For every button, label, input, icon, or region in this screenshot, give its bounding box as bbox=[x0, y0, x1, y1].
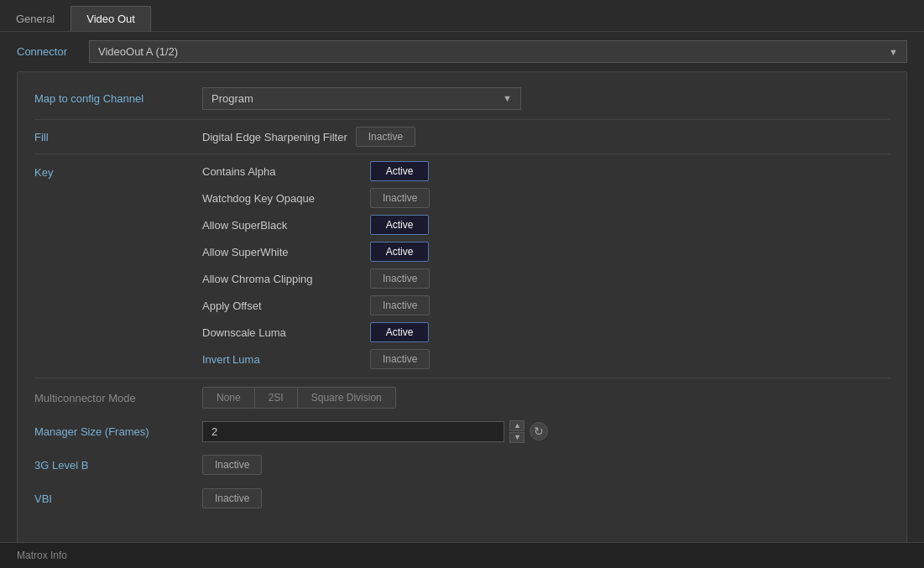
manager-size-input-group: ▲ ▼ ↻ bbox=[202, 420, 548, 443]
manager-size-spinner: ▲ ▼ bbox=[509, 420, 525, 443]
key-items: Contains Alpha Active Watchdog Key Opaqu… bbox=[202, 161, 430, 369]
tab-general[interactable]: General bbox=[0, 6, 70, 31]
multiconnector-label: Multiconnector Mode bbox=[34, 392, 202, 404]
key-item-label-5: Apply Offset bbox=[202, 300, 370, 312]
key-toggle-4[interactable]: Inactive bbox=[370, 268, 430, 289]
settings-panel: Map to config Channel Program ▼ Fill Dig… bbox=[17, 71, 907, 568]
vbi-toggle[interactable]: Inactive bbox=[202, 488, 262, 508]
key-item-5: Apply Offset Inactive bbox=[202, 295, 430, 315]
spin-down-btn[interactable]: ▼ bbox=[509, 432, 525, 443]
matrox-info-label: Matrox Info bbox=[17, 550, 67, 561]
manager-size-input[interactable] bbox=[202, 421, 504, 442]
level-b-toggle[interactable]: Inactive bbox=[202, 455, 262, 475]
manager-size-row: Manager Size (Frames) ▲ ▼ ↻ bbox=[34, 419, 890, 444]
multiconnector-btn-group: None 2SI Square Division bbox=[202, 387, 396, 409]
key-item-4: Allow Chroma Clipping Inactive bbox=[202, 268, 430, 289]
key-item-label-6: Downscale Luma bbox=[202, 326, 370, 339]
main-area: Connector VideoOut A (1/2) ▼ Map to conf… bbox=[0, 32, 924, 568]
connector-value: VideoOut A (1/2) bbox=[98, 45, 178, 58]
key-toggle-7[interactable]: Inactive bbox=[370, 349, 430, 369]
connector-arrow-icon: ▼ bbox=[889, 47, 898, 57]
key-item-label-7: Invert Luma bbox=[202, 353, 370, 366]
map-to-config-value: Program bbox=[211, 92, 253, 105]
fill-label: Fill bbox=[34, 131, 202, 143]
key-item-1: Watchdog Key Opaque Inactive bbox=[202, 188, 430, 208]
map-to-config-row: Map to config Channel Program ▼ bbox=[34, 86, 890, 111]
key-group: Key Contains Alpha Active Watchdog Key O… bbox=[34, 161, 890, 369]
key-item-label-4: Allow Chroma Clipping bbox=[202, 273, 370, 285]
key-item-3: Allow SuperWhite Active bbox=[202, 242, 430, 262]
fill-row: Fill Digital Edge Sharpening Filter Inac… bbox=[34, 127, 890, 147]
sep-1 bbox=[34, 119, 890, 120]
key-item-label-1: Watchdog Key Opaque bbox=[202, 192, 370, 205]
key-toggle-3[interactable]: Active bbox=[370, 242, 429, 262]
key-toggle-5[interactable]: Inactive bbox=[370, 295, 430, 315]
tab-bar: General Video Out bbox=[0, 0, 924, 32]
key-toggle-2[interactable]: Active bbox=[370, 215, 429, 235]
vbi-row: VBI Inactive bbox=[34, 486, 890, 511]
key-item-6: Downscale Luma Active bbox=[202, 322, 430, 342]
key-toggle-0[interactable]: Active bbox=[370, 161, 429, 181]
connector-row: Connector VideoOut A (1/2) ▼ bbox=[0, 32, 924, 71]
tab-video-out[interactable]: Video Out bbox=[70, 6, 151, 31]
vbi-label: VBI bbox=[34, 492, 202, 505]
level-b-label: 3G Level B bbox=[34, 459, 202, 472]
multi-btn-square[interactable]: Square Division bbox=[298, 387, 396, 409]
map-to-config-arrow-icon: ▼ bbox=[503, 93, 512, 103]
sep-2 bbox=[34, 154, 890, 154]
key-toggle-6[interactable]: Active bbox=[370, 322, 429, 342]
map-to-config-label: Map to config Channel bbox=[34, 92, 202, 105]
key-item-0: Contains Alpha Active bbox=[202, 161, 430, 181]
multi-btn-none[interactable]: None bbox=[202, 387, 255, 409]
key-toggle-1[interactable]: Inactive bbox=[370, 188, 430, 208]
key-item-7: Invert Luma Inactive bbox=[202, 349, 430, 369]
key-item-label-2: Allow SuperBlack bbox=[202, 219, 370, 232]
refresh-btn[interactable]: ↻ bbox=[530, 422, 548, 440]
key-item-2: Allow SuperBlack Active bbox=[202, 215, 430, 235]
connector-label: Connector bbox=[17, 45, 76, 58]
multi-btn-2si[interactable]: 2SI bbox=[255, 387, 298, 409]
manager-size-label: Manager Size (Frames) bbox=[34, 425, 202, 438]
spin-up-btn[interactable]: ▲ bbox=[509, 420, 525, 431]
sep-3 bbox=[34, 378, 890, 378]
level-b-row: 3G Level B Inactive bbox=[34, 452, 890, 477]
bottom-bar: Matrox Info bbox=[0, 542, 924, 568]
digital-edge-label: Digital Edge Sharpening Filter bbox=[202, 131, 347, 143]
connector-select[interactable]: VideoOut A (1/2) ▼ bbox=[89, 40, 907, 63]
digital-edge-toggle[interactable]: Inactive bbox=[356, 127, 415, 147]
key-label: Key bbox=[34, 161, 202, 179]
key-item-label-0: Contains Alpha bbox=[202, 165, 370, 178]
multiconnector-row: Multiconnector Mode None 2SI Square Divi… bbox=[34, 385, 890, 410]
key-item-label-3: Allow SuperWhite bbox=[202, 246, 370, 258]
map-to-config-select[interactable]: Program ▼ bbox=[202, 87, 521, 110]
